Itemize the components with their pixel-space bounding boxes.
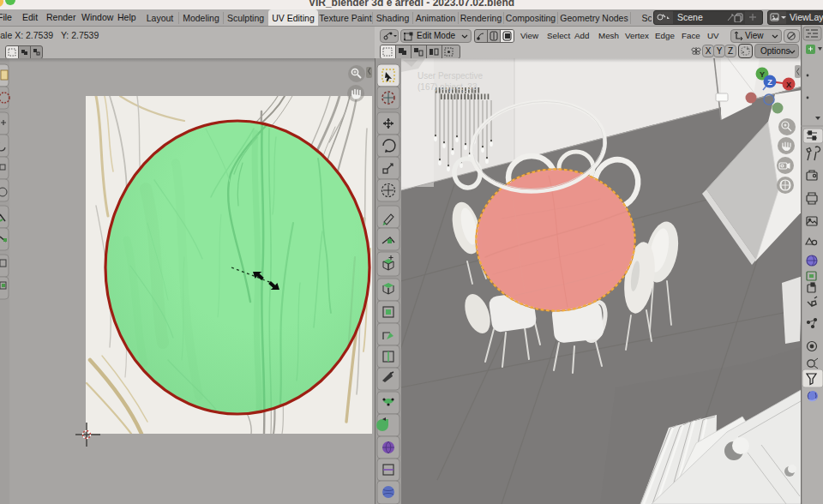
- svg-text:Y: Y: [760, 70, 765, 79]
- svg-text:(167) object_33: (167) object_33: [418, 82, 478, 92]
- svg-text:Z: Z: [767, 78, 772, 87]
- svg-text:User Perspective: User Perspective: [418, 71, 484, 81]
- svg-text:X: X: [786, 81, 791, 89]
